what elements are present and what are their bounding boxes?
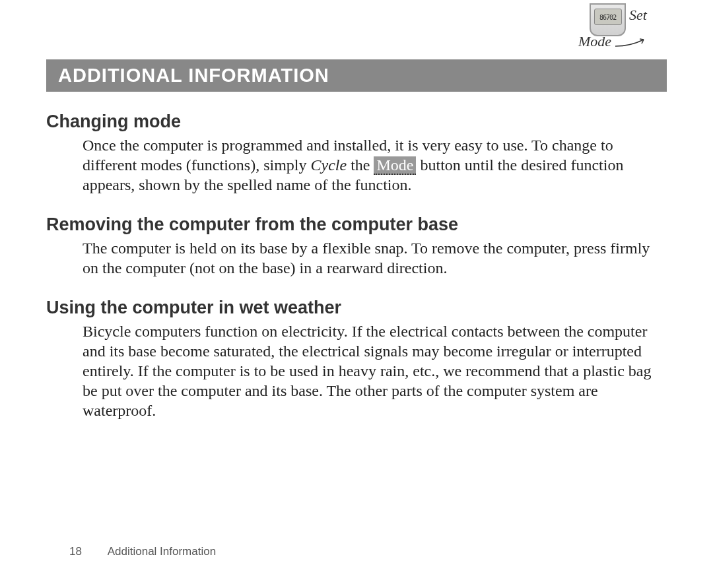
device-icon: 86702 bbox=[590, 3, 626, 36]
page-footer: 18 Additional Information bbox=[69, 545, 216, 558]
content-area: Changing mode Once the computer is progr… bbox=[0, 112, 713, 420]
subsection-removing: Removing the computer from the computer … bbox=[46, 214, 667, 278]
set-label: Set bbox=[629, 7, 647, 24]
section-header: ADDITIONAL INFORMATION bbox=[46, 59, 667, 92]
subsection-title: Using the computer in wet weather bbox=[46, 298, 667, 318]
subsection-body: Bicycle computers function on electricit… bbox=[46, 321, 667, 420]
footer-label: Additional Information bbox=[108, 545, 216, 558]
device-display: 86702 bbox=[594, 9, 622, 25]
subsection-changing-mode: Changing mode Once the computer is progr… bbox=[46, 112, 667, 195]
subsection-body: Once the computer is programmed and inst… bbox=[46, 135, 667, 195]
mode-label: Mode bbox=[578, 33, 611, 49]
mode-label-container: Mode bbox=[578, 33, 644, 50]
subsection-title: Removing the computer from the computer … bbox=[46, 214, 667, 235]
device-illustration: 86702 Set bbox=[590, 3, 647, 36]
cycle-word: Cycle bbox=[311, 156, 347, 174]
subsection-body: The computer is held on its base by a fl… bbox=[46, 238, 667, 278]
page-number: 18 bbox=[69, 545, 82, 558]
mode-highlight: Mode bbox=[374, 156, 416, 175]
mode-arrow-icon bbox=[614, 38, 644, 46]
body-text: the bbox=[347, 156, 374, 174]
subsection-title: Changing mode bbox=[46, 112, 667, 132]
subsection-wet-weather: Using the computer in wet weather Bicycl… bbox=[46, 298, 667, 420]
